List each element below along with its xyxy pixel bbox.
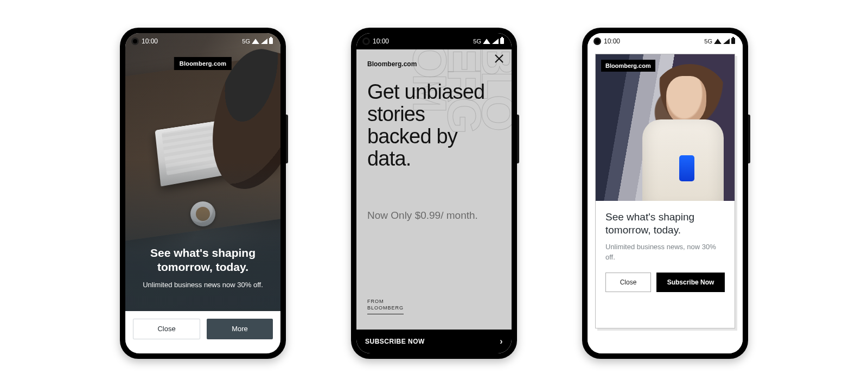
brand-badge: Bloomberg.com (174, 57, 232, 70)
status-bar: 10:00 5G (125, 33, 280, 49)
phone2-from-line: FROM BLOOMBERG (367, 298, 404, 314)
signal-icon (492, 39, 499, 44)
status-network-label: 5G (242, 38, 250, 45)
phone3-screen: 10:00 5G Bloomberg.com (588, 33, 743, 353)
wifi-icon (714, 38, 722, 44)
front-camera-icon (133, 39, 137, 43)
phone3-root: 10:00 5G Bloomberg.com (588, 33, 743, 353)
phone2-from-2: BLOOMBERG (367, 305, 404, 311)
phone1-button-bar: Close More (125, 311, 280, 353)
phone1-screen: 10:00 5G Bloomberg.com See what's shapin… (125, 33, 280, 353)
wifi-icon (252, 38, 259, 44)
phone1-subhead: Unlimited business news now 30% off. (138, 280, 267, 290)
brand-label: Bloomberg.com (367, 60, 417, 68)
phone3-button-row: Close Subscribe Now (605, 273, 725, 292)
status-network-label: 5G (704, 38, 712, 45)
phone2-from-1: FROM (367, 298, 404, 305)
close-icon[interactable] (494, 54, 504, 64)
brand-badge: Bloomberg.com (601, 60, 655, 72)
status-bar: 10:00 5G (588, 33, 743, 49)
phone1-headline: See what's shaping tomorrow, today. (138, 246, 267, 275)
status-time: 10:00 (373, 37, 389, 45)
close-button[interactable]: Close (133, 319, 200, 339)
status-time: 10:00 (604, 37, 620, 45)
subscribe-now-button[interactable]: Subscribe Now (656, 273, 725, 292)
front-camera-icon (364, 39, 368, 43)
chevron-right-icon: › (500, 337, 503, 346)
phone-mockup-1: 10:00 5G Bloomberg.com See what's shapin… (120, 28, 286, 359)
battery-icon (269, 38, 273, 44)
phone-mockup-2: BLOERGOM 10:00 5G Bloomberg.com Get unbi… (351, 28, 517, 359)
status-time: 10:00 (142, 37, 158, 45)
phone2-headline: Get unbiased stories backed by data. (367, 81, 490, 170)
front-camera-icon (595, 39, 599, 43)
more-button[interactable]: More (207, 319, 273, 339)
signal-icon (261, 39, 267, 44)
subscribe-now-bar[interactable]: SUBSCRIBE NOW › (356, 330, 512, 353)
phone3-subhead: Unlimited business news, now 30% off. (605, 242, 725, 263)
status-network-label: 5G (473, 38, 481, 45)
battery-icon (500, 38, 504, 44)
phone3-body: See what's shaping tomorrow, today. Unli… (596, 201, 735, 328)
phone2-screen: BLOERGOM 10:00 5G Bloomberg.com Get unbi… (356, 33, 512, 353)
status-bar: 10:00 5G (356, 33, 512, 49)
phone1-overlay-gradient (125, 33, 280, 353)
phone-mockup-3: 10:00 5G Bloomberg.com (582, 28, 748, 359)
phone2-price: Now Only $0.99/ month. (367, 209, 478, 223)
phone3-card: Bloomberg.com See what's shaping tomorro… (595, 54, 735, 328)
phone3-hero-image: Bloomberg.com (596, 54, 735, 201)
phone3-headline: See what's shaping tomorrow, today. (605, 211, 725, 237)
wifi-icon (483, 38, 490, 44)
battery-icon (731, 38, 735, 44)
subscribe-now-label: SUBSCRIBE NOW (365, 338, 425, 345)
close-button[interactable]: Close (605, 273, 651, 292)
phone1-copy: See what's shaping tomorrow, today. Unli… (125, 246, 280, 290)
signal-icon (723, 39, 730, 44)
